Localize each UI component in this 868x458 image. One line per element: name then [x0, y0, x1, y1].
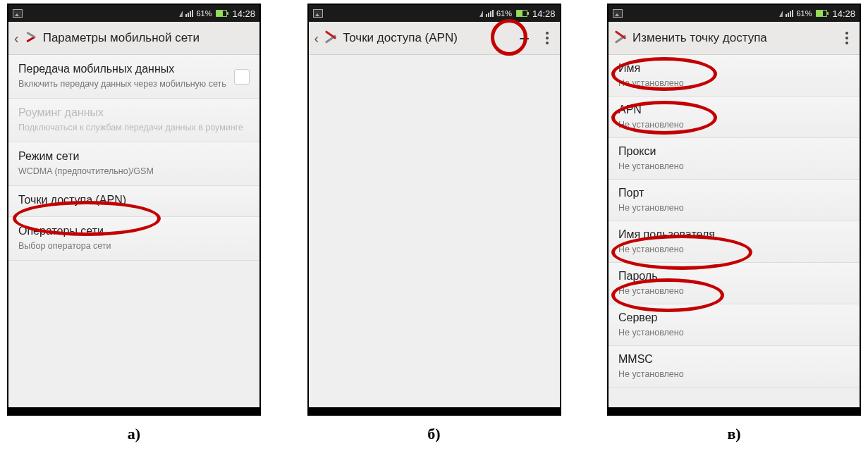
add-apn-button[interactable]: + [513, 27, 536, 49]
data-indicator-icon [179, 11, 183, 17]
overflow-menu-button[interactable] [540, 32, 554, 44]
item-title: Прокси [618, 144, 850, 159]
item-title: Имя [618, 61, 850, 76]
item-sub: Не установлено [618, 161, 850, 172]
app-header: ‹ Точки доступа (APN) + [309, 22, 560, 55]
settings-tools-icon [614, 31, 628, 45]
item-title: Роуминг данных [18, 106, 250, 120]
data-indicator-icon [479, 11, 483, 17]
battery-pct: 61% [496, 9, 512, 18]
list-item-mobile-data[interactable]: Передача мобильных данных Включить перед… [8, 55, 259, 99]
page-title: Точки доступа (APN) [343, 31, 508, 45]
item-sub: Не установлено [618, 285, 850, 297]
list-item-apn[interactable]: APN Не установлено [609, 97, 860, 138]
data-indicator-icon [779, 11, 783, 17]
item-sub: Не установлено [618, 244, 850, 255]
item-sub: Не установлено [618, 369, 850, 380]
image-icon [313, 9, 323, 18]
clock: 14:28 [832, 8, 855, 19]
item-sub: Не установлено [618, 202, 850, 213]
list-item-apn[interactable]: Точки доступа (APN) [8, 186, 259, 217]
item-title: Имя пользователя [618, 228, 850, 242]
battery-icon [816, 10, 827, 17]
list-item-name[interactable]: Имя Не установлено [609, 55, 860, 97]
screenshot-b: 61% 14:28 ‹ Точки доступа (APN) + [307, 4, 561, 416]
item-sub: Выбор оператора сети [18, 240, 250, 252]
screenshot-v: 61% 14:28 Изменить точку доступа Имя Не … [607, 4, 861, 416]
clock: 14:28 [532, 8, 556, 19]
nav-bar [8, 407, 259, 414]
nav-bar [309, 407, 560, 414]
list-item-port[interactable]: Порт Не установлено [609, 180, 860, 221]
item-title: Пароль [618, 269, 850, 284]
item-title: Порт [618, 186, 850, 201]
item-title: Сервер [618, 311, 850, 326]
list-item-proxy[interactable]: Прокси Не установлено [609, 138, 860, 180]
signal-icon [486, 10, 494, 17]
list-item-server[interactable]: Сервер Не установлено [609, 304, 860, 346]
image-icon [613, 9, 623, 18]
checkbox[interactable] [234, 69, 250, 85]
apn-list-empty [309, 55, 560, 407]
settings-tools-icon [324, 31, 338, 45]
item-sub: WCDMA (предпочтительно)/GSM [18, 166, 250, 177]
screenshot-a: 61% 14:28 ‹ Параметры мобильной сети Пер… [7, 4, 261, 416]
app-header: Изменить точку доступа [609, 22, 860, 55]
status-bar: 61% 14:28 [8, 5, 259, 22]
item-title: Режим сети [18, 149, 250, 164]
signal-icon [786, 10, 793, 17]
list-item-roaming: Роуминг данных Подключаться к службам пе… [8, 99, 259, 142]
battery-pct: 61% [796, 9, 812, 18]
clock: 14:28 [232, 8, 255, 19]
list-item-username[interactable]: Имя пользователя Не установлено [609, 221, 860, 263]
battery-pct: 61% [196, 9, 212, 18]
status-bar: 61% 14:28 [309, 5, 560, 22]
item-title: APN [618, 103, 850, 118]
page-title: Параметры мобильной сети [43, 31, 254, 45]
signal-icon [185, 10, 193, 17]
list-item-network-mode[interactable]: Режим сети WCDMA (предпочтительно)/GSM [8, 142, 259, 186]
item-sub: Не установлено [618, 119, 850, 130]
list-item-operators[interactable]: Операторы сети Выбор оператора сети [8, 217, 259, 261]
list-item-mmsc[interactable]: MMSC Не установлено [609, 346, 860, 388]
settings-tools-icon [25, 31, 39, 45]
item-title: Передача мобильных данных [18, 62, 250, 77]
caption-v: в) [607, 425, 861, 443]
caption-a: а) [7, 425, 261, 443]
list-item-password[interactable]: Пароль Не установлено [609, 263, 860, 304]
nav-bar [609, 407, 860, 414]
item-sub: Не установлено [618, 327, 850, 338]
battery-icon [216, 10, 227, 17]
app-header: ‹ Параметры мобильной сети [8, 22, 259, 55]
item-sub: Не установлено [618, 78, 850, 89]
item-title: Операторы сети [18, 224, 250, 239]
status-bar: 61% 14:28 [609, 5, 860, 22]
image-icon [13, 9, 23, 18]
item-sub: Подключаться к службам передачи данных в… [18, 122, 250, 133]
settings-list: Передача мобильных данных Включить перед… [8, 55, 259, 407]
back-button[interactable]: ‹ [314, 30, 321, 47]
item-title: Точки доступа (APN) [18, 193, 250, 208]
overflow-menu-button[interactable] [840, 32, 854, 44]
battery-icon [516, 10, 527, 17]
item-title: MMSC [618, 352, 850, 367]
caption-b: б) [307, 425, 561, 443]
item-sub: Включить передачу данных через мобильную… [18, 78, 250, 89]
page-title: Изменить точку доступа [632, 31, 836, 45]
apn-edit-list: Имя Не установлено APN Не установлено Пр… [609, 55, 860, 407]
back-button[interactable]: ‹ [14, 30, 20, 47]
